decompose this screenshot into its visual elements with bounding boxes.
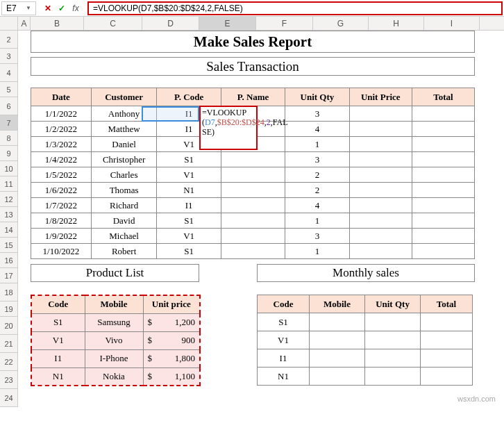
row-header[interactable]: 15 — [0, 238, 18, 253]
cell[interactable] — [349, 183, 412, 198]
col-header-F[interactable]: F — [256, 17, 313, 30]
name-box[interactable]: E7 ▼ — [1, 1, 36, 15]
cell[interactable]: 4 — [285, 122, 349, 137]
fx-icon[interactable]: fx — [71, 3, 81, 13]
cell[interactable] — [221, 244, 285, 259]
cell[interactable]: 1 — [285, 137, 349, 152]
cell[interactable]: S1 — [157, 244, 221, 259]
cell[interactable]: 2 — [285, 167, 349, 183]
cell[interactable] — [349, 244, 412, 259]
cell[interactable] — [421, 331, 473, 349]
row-header[interactable]: 21 — [0, 335, 18, 353]
cell[interactable] — [365, 331, 421, 349]
cell[interactable]: V1 — [258, 331, 310, 349]
col-header-I[interactable]: I — [424, 17, 480, 30]
cell[interactable] — [412, 198, 474, 213]
cell[interactable] — [221, 167, 285, 183]
cell[interactable] — [421, 349, 473, 367]
cell[interactable]: I-Phone — [85, 349, 143, 367]
cell[interactable] — [310, 349, 365, 367]
row-header[interactable]: 12 — [0, 192, 18, 207]
cell[interactable] — [365, 367, 421, 386]
cell[interactable] — [412, 229, 474, 244]
col-header-H[interactable]: H — [369, 17, 424, 30]
cell[interactable]: Michael — [91, 229, 157, 244]
cell[interactable] — [349, 198, 412, 213]
cell[interactable]: $1,100 — [143, 367, 200, 386]
row-header[interactable]: 24 — [0, 389, 18, 407]
cell[interactable] — [365, 313, 421, 331]
cancel-icon[interactable]: ✕ — [43, 3, 53, 13]
pl-th-mobile[interactable]: Mobile — [85, 295, 143, 313]
cell[interactable] — [349, 213, 412, 229]
cell[interactable]: $900 — [143, 331, 200, 349]
cell[interactable]: N1 — [157, 183, 221, 198]
row-header[interactable]: 8 — [0, 131, 18, 146]
cell[interactable]: Daniel — [91, 137, 157, 152]
row-header[interactable]: 14 — [0, 222, 18, 238]
cell[interactable]: 1/5/2022 — [31, 167, 92, 183]
cell[interactable]: 2 — [285, 183, 349, 198]
col-header-C[interactable]: C — [84, 17, 142, 30]
row-header[interactable]: 22 — [0, 353, 18, 371]
th-qty[interactable]: Unit Qty — [285, 88, 349, 106]
select-all-corner[interactable] — [0, 17, 18, 30]
cell[interactable]: V1 — [157, 229, 221, 244]
col-header-E[interactable]: E — [199, 17, 256, 30]
cell[interactable] — [310, 313, 365, 331]
row-header[interactable]: 16 — [0, 253, 18, 268]
cell[interactable]: Samsung — [85, 313, 143, 331]
cell[interactable]: Robert — [91, 244, 157, 259]
row-header[interactable]: 5 — [0, 82, 18, 97]
th-total[interactable]: Total — [412, 88, 474, 106]
cell[interactable]: S1 — [157, 152, 221, 167]
cell[interactable] — [421, 313, 473, 331]
th-price[interactable]: Unit Price — [349, 88, 412, 106]
cell[interactable] — [349, 106, 412, 122]
cell[interactable]: S1 — [31, 313, 85, 331]
cell[interactable] — [412, 167, 474, 183]
chevron-down-icon[interactable]: ▼ — [26, 5, 31, 11]
row-header[interactable]: 3 — [0, 49, 18, 64]
col-header-G[interactable]: G — [313, 17, 369, 30]
cell[interactable]: I1 — [258, 349, 310, 367]
cell[interactable]: Christopher — [91, 152, 157, 167]
cell[interactable]: Anthony — [91, 106, 157, 122]
formula-input[interactable]: =VLOOKUP(D7,$B$20:$D$24,2,FALSE) — [87, 1, 503, 15]
cell[interactable]: Nokia — [85, 367, 143, 386]
cell[interactable] — [349, 137, 412, 152]
cell[interactable] — [221, 229, 285, 244]
cell[interactable] — [349, 152, 412, 167]
cell[interactable] — [349, 167, 412, 183]
ms-th-total[interactable]: Total — [421, 295, 473, 313]
cell[interactable]: 3 — [285, 152, 349, 167]
cell[interactable]: 1/7/2022 — [31, 198, 92, 213]
cell[interactable] — [310, 367, 365, 386]
cell[interactable]: Charles — [91, 167, 157, 183]
cell[interactable]: S1 — [258, 313, 310, 331]
cell[interactable]: 1/4/2022 — [31, 152, 92, 167]
cells-area[interactable]: Make Sales Report Sales Transaction Date… — [18, 31, 504, 407]
editing-cell-E7[interactable]: =VLOOKUP (D7,$B$20:$D$24,2,FALSE) — [199, 106, 258, 150]
cell[interactable] — [221, 183, 285, 198]
ms-th-mobile[interactable]: Mobile — [310, 295, 365, 313]
pl-th-price[interactable]: Unit price — [143, 295, 200, 313]
row-header[interactable]: 23 — [0, 371, 18, 389]
cell[interactable]: Thomas — [91, 183, 157, 198]
cell[interactable] — [412, 213, 474, 229]
cell[interactable]: 1/10/2022 — [31, 244, 92, 259]
cell[interactable] — [412, 152, 474, 167]
cell[interactable]: Matthew — [91, 122, 157, 137]
cell[interactable]: $1,200 — [143, 313, 200, 331]
cell[interactable]: V1 — [31, 331, 85, 349]
row-header[interactable]: 13 — [0, 207, 18, 222]
cell[interactable]: 1/9/2022 — [31, 229, 92, 244]
cell[interactable] — [221, 213, 285, 229]
th-pname[interactable]: P. Name — [221, 88, 285, 106]
cell[interactable]: N1 — [258, 367, 310, 386]
th-customer[interactable]: Customer — [91, 88, 157, 106]
th-pcode[interactable]: P. Code — [157, 88, 221, 106]
row-header[interactable]: 7 — [0, 115, 18, 131]
cell[interactable]: 1/3/2022 — [31, 137, 92, 152]
th-date[interactable]: Date — [31, 88, 92, 106]
